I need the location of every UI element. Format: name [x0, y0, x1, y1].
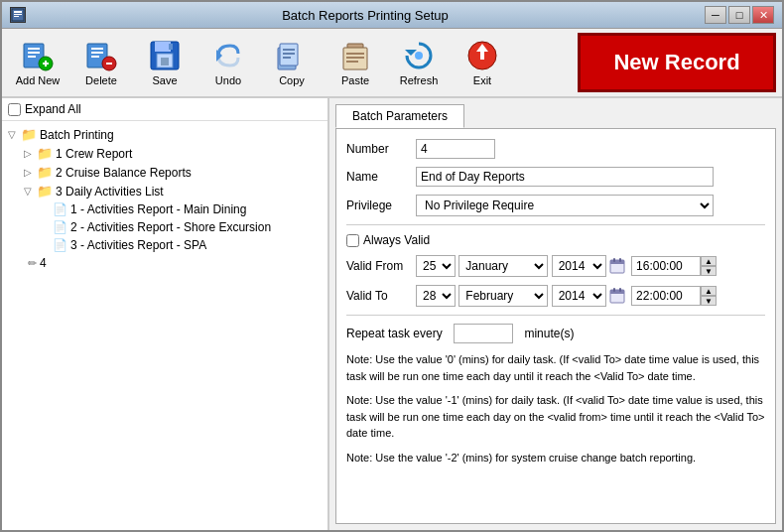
tree-label: Batch Printing [40, 128, 114, 142]
valid-to-row: Valid To 28 January February 2014 [346, 285, 765, 307]
valid-from-month-select[interactable]: January February [458, 255, 548, 277]
tree-item-crew-report[interactable]: ▷ 📁 1 Crew Report [24, 144, 322, 163]
folder-icon: 📁 [37, 184, 53, 199]
time-spin-up[interactable]: ▲ [701, 286, 717, 296]
time-spin-down[interactable]: ▼ [701, 266, 717, 276]
paste-button[interactable]: Paste [326, 33, 385, 92]
maximize-button[interactable]: □ [728, 6, 750, 24]
valid-to-time-spinner: ▲ ▼ [701, 286, 717, 306]
tree-item-4[interactable]: ✏ 4 [24, 254, 322, 272]
name-input[interactable] [416, 167, 714, 187]
svg-rect-12 [91, 48, 103, 50]
new-record-label: New Record [613, 50, 739, 75]
tree-item-shore-excursion[interactable]: 📄 2 - Activities Report - Shore Excursio… [40, 218, 322, 236]
note-2: Note: Use the value '-1' (mins) for dail… [346, 392, 765, 442]
privilege-row: Privilege No Privilege Require Manager S… [346, 195, 765, 216]
copy-button[interactable]: Copy [262, 33, 322, 92]
svg-point-34 [415, 52, 423, 60]
tree-expand-icon: ▽ [8, 129, 18, 140]
always-valid-label: Always Valid [363, 233, 430, 247]
repeat-input[interactable] [454, 324, 513, 343]
minimize-button[interactable]: ─ [705, 6, 726, 24]
undo-label: Undo [215, 74, 241, 86]
tree-item-daily-activities[interactable]: ▽ 📁 3 Daily Activities List [24, 182, 322, 200]
svg-rect-39 [610, 260, 624, 264]
undo-button[interactable]: Undo [198, 33, 258, 92]
valid-from-row: Valid From 25 January February 2014 [346, 255, 765, 277]
copy-label: Copy [279, 74, 305, 86]
expand-all-row: Expand All [2, 98, 327, 121]
valid-to-day-select[interactable]: 28 [416, 285, 456, 307]
name-row: Name [346, 167, 765, 187]
svg-rect-14 [91, 56, 99, 58]
tree-item-main-dining[interactable]: 📄 1 - Activities Report - Main Dining [40, 200, 322, 218]
pencil-icon: ✏ [28, 257, 37, 270]
calendar-icon [609, 288, 625, 304]
svg-rect-43 [610, 290, 624, 294]
always-valid-row: Always Valid [346, 233, 765, 247]
svg-rect-10 [45, 61, 47, 66]
valid-to-time[interactable] [631, 286, 701, 306]
svg-rect-1 [14, 11, 22, 13]
add-new-button[interactable]: Add New [8, 33, 67, 92]
always-valid-checkbox[interactable] [346, 234, 359, 247]
toolbar: Add New Delete [2, 29, 782, 98]
svg-rect-18 [155, 42, 171, 52]
valid-from-day-select[interactable]: 25 [416, 255, 456, 277]
time-spin-down[interactable]: ▼ [701, 296, 717, 306]
repeat-unit: minute(s) [524, 327, 574, 340]
tree-label: 2 - Activities Report - Shore Excursion [70, 220, 271, 234]
tree-expand-icon [40, 240, 50, 251]
content-area: Expand All ▽ 📁 Batch Printing ▷ 📁 1 Crew… [2, 98, 782, 530]
svg-rect-26 [283, 53, 295, 55]
refresh-icon [403, 40, 435, 71]
refresh-label: Refresh [400, 74, 439, 86]
main-window: Batch Reports Printing Setup ─ □ ✕ Ad [0, 0, 784, 532]
tree-label: 4 [40, 256, 47, 270]
tab-label: Batch Parameters [352, 109, 448, 123]
delete-icon [85, 40, 117, 71]
exit-label: Exit [473, 74, 491, 86]
new-record-button[interactable]: New Record [578, 33, 776, 92]
tree-label: 3 - Activities Report - SPA [70, 238, 206, 252]
valid-from-time[interactable] [631, 256, 701, 276]
tab-batch-parameters[interactable]: Batch Parameters [335, 104, 464, 128]
valid-to-year-select[interactable]: 2014 [552, 285, 606, 307]
tree-expand-icon: ▷ [24, 148, 34, 159]
save-button[interactable]: Save [135, 33, 195, 92]
tree-expand-icon: ▽ [24, 186, 34, 197]
privilege-select[interactable]: No Privilege Require Manager Supervisor [416, 195, 714, 216]
time-spin-up[interactable]: ▲ [701, 256, 717, 266]
valid-from-label: Valid From [346, 259, 416, 273]
repeat-row: Repeat task every minute(s) [346, 324, 765, 343]
tree-expand-icon [40, 204, 50, 215]
doc-icon: 📄 [53, 238, 67, 252]
tab-bar: Batch Parameters [329, 98, 782, 128]
tree-label: 1 Crew Report [56, 147, 132, 161]
close-button[interactable]: ✕ [752, 6, 774, 24]
tree-item-batch-printing[interactable]: ▽ 📁 Batch Printing [8, 125, 322, 144]
tree-expand-icon: ▷ [24, 167, 34, 178]
refresh-button[interactable]: Refresh [389, 33, 449, 92]
svg-rect-13 [91, 52, 103, 54]
right-panel: Batch Parameters Number Name Privilege [329, 98, 782, 530]
expand-all-checkbox[interactable] [8, 103, 21, 116]
undo-icon [212, 40, 244, 71]
number-input[interactable] [416, 139, 495, 159]
svg-rect-32 [346, 61, 358, 63]
left-panel: Expand All ▽ 📁 Batch Printing ▷ 📁 1 Crew… [2, 98, 329, 530]
tree-item-cruise-balance[interactable]: ▷ 📁 2 Cruise Balance Reports [24, 163, 322, 182]
valid-from-year-select[interactable]: 2014 [552, 255, 606, 277]
svg-rect-21 [169, 44, 173, 50]
valid-to-month-select[interactable]: January February [458, 285, 548, 307]
window-icon [10, 7, 26, 23]
copy-icon [276, 40, 308, 71]
note-3: Note: Use the value '-2' (mins) for syst… [346, 450, 765, 466]
expand-all-label: Expand All [25, 102, 81, 116]
exit-button[interactable]: Exit [453, 33, 512, 92]
calendar-icon [609, 258, 625, 274]
svg-rect-7 [28, 56, 36, 58]
delete-button[interactable]: Delete [71, 33, 131, 92]
tree-item-spa[interactable]: 📄 3 - Activities Report - SPA [40, 236, 322, 254]
svg-rect-2 [14, 14, 22, 15]
